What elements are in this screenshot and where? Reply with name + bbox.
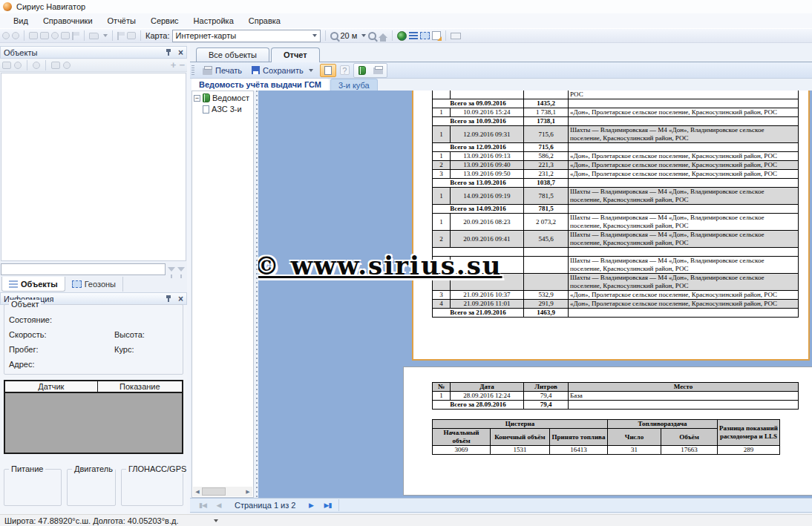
notes-icon[interactable]: [432, 31, 441, 40]
pin-icon[interactable]: [166, 49, 172, 56]
tab-vedomost-gsm[interactable]: Ведомость учёта выдачи ГСМ: [191, 79, 329, 91]
rect-select-icon[interactable]: [61, 32, 70, 39]
vehicle-icon[interactable]: [51, 62, 60, 69]
save-dropdown-arrow-icon[interactable]: [309, 69, 313, 72]
toolbar-grip[interactable]: [191, 65, 194, 76]
add-object-icon[interactable]: [2, 62, 11, 69]
tab-report[interactable]: Отчет: [271, 47, 320, 62]
report-book-button[interactable]: [354, 64, 370, 77]
tab-all-objects[interactable]: Все объекты: [196, 47, 269, 62]
next-page-button[interactable]: [303, 499, 319, 511]
map-mode-icon[interactable]: [29, 32, 38, 39]
total-liters: 1435,2: [524, 99, 569, 108]
tab-geozones[interactable]: Геозоны: [65, 277, 123, 292]
report-tabs: Ведомость учёта выдачи ГСМ 3-и куба: [190, 79, 812, 91]
pan-hand-icon[interactable]: [2, 32, 10, 39]
zoom-icon[interactable]: [12, 32, 19, 39]
plus-icon[interactable]: +: [171, 62, 177, 69]
tree-collapse-icon[interactable]: [194, 95, 200, 102]
tree-horizontal-scrollbar[interactable]: [193, 487, 252, 496]
menu-spravka[interactable]: Справка: [241, 15, 288, 27]
objects-list[interactable]: [1, 73, 186, 261]
layers-dropdown-icon[interactable]: [89, 33, 99, 39]
circle-select-icon[interactable]: [51, 32, 59, 39]
track-icon[interactable]: [14, 62, 22, 69]
row-num: 1: [433, 188, 451, 205]
single-page-view-button[interactable]: [320, 64, 336, 77]
last-page-button[interactable]: [319, 499, 335, 511]
scale-dropdown-arrow-icon[interactable]: [361, 34, 366, 37]
minus-icon[interactable]: −: [179, 62, 185, 69]
globe-icon[interactable]: [397, 31, 407, 41]
window-title: Сириус Навигатор: [16, 2, 85, 11]
tab-report-label: Отчет: [284, 50, 307, 59]
state-label: Состояние:: [9, 315, 52, 324]
summary-table: Цистерна Топливораздача Разница показани…: [432, 419, 780, 455]
zoom-out-icon[interactable]: [368, 32, 376, 40]
map-show-icon[interactable]: [33, 62, 40, 69]
save-button[interactable]: Сохранить: [249, 65, 316, 76]
close-icon[interactable]: [178, 295, 183, 303]
close-icon[interactable]: [178, 49, 183, 56]
menu-servis[interactable]: Сервис: [143, 15, 186, 27]
total-liters: [524, 248, 569, 257]
map-source-combobox[interactable]: Интернет-карты: [172, 30, 321, 42]
scroll-right-icon[interactable]: [243, 489, 252, 495]
report-viewer[interactable]: РОСВсего за 09.09.20161435,2110.09.2016 …: [258, 91, 812, 498]
tab-3i-kuba[interactable]: 3-и куба: [330, 79, 378, 91]
menu-otchety[interactable]: Отчёты: [100, 15, 143, 27]
layers-dropdown-arrow-icon[interactable]: [103, 34, 108, 37]
total-liters: 1463,9: [524, 309, 569, 318]
total-place: [569, 309, 799, 318]
watermark: © www.sirius.su: [258, 251, 502, 280]
scrollbar-track[interactable]: [202, 487, 243, 496]
vehicle-icon[interactable]: [127, 32, 136, 39]
title-bar: Сириус Навигатор: [0, 0, 812, 13]
home-icon[interactable]: [379, 33, 387, 38]
menu-vid[interactable]: Вид: [6, 15, 36, 27]
table-header-row: № Дата Литров Место: [433, 383, 799, 392]
scroll-left-icon[interactable]: [193, 489, 202, 495]
geozone-icon[interactable]: [420, 32, 430, 39]
tree-node-vedomost[interactable]: Ведомость: [194, 93, 253, 102]
print-button[interactable]: Печать: [200, 65, 245, 76]
follow-icon[interactable]: [63, 62, 71, 69]
total-label: Всего за 14.09.2016: [433, 205, 524, 214]
zoom-in-icon[interactable]: [330, 32, 338, 40]
objects-panel-title: Объекты: [4, 48, 166, 57]
tab-objects[interactable]: Объекты: [1, 277, 65, 292]
ruler-flag-icon[interactable]: [72, 32, 79, 40]
row-date: 13.09.2016 09:40: [451, 161, 524, 170]
coordinates-dropdown-icon[interactable]: [214, 519, 218, 522]
total-place: [569, 179, 799, 188]
row-num: 4: [433, 300, 451, 309]
menu-nastroika[interactable]: Настройка: [186, 15, 241, 27]
total-liters: 1738,1: [524, 117, 569, 126]
row-date: [451, 91, 524, 99]
previous-page-button[interactable]: [211, 499, 227, 511]
polygon-select-icon[interactable]: [40, 32, 49, 39]
menu-spravochniki[interactable]: Справочники: [36, 15, 100, 27]
height-label: Высота:: [114, 330, 145, 339]
measure-icon[interactable]: [117, 32, 125, 40]
pin-icon[interactable]: [166, 295, 172, 302]
help-button[interactable]: ?: [340, 65, 350, 75]
first-page-button[interactable]: [194, 499, 211, 511]
row-liters: [524, 274, 569, 291]
scrollbar-thumb[interactable]: [202, 487, 226, 496]
total-place: [569, 205, 799, 214]
legend-list-icon[interactable]: [409, 32, 418, 39]
sensor-table[interactable]: Датчик Показание: [4, 380, 183, 454]
mail-icon[interactable]: [451, 33, 461, 39]
list-icon: [9, 280, 18, 288]
filter-clear-icon[interactable]: [177, 267, 185, 272]
scale-value[interactable]: 20 м: [341, 31, 358, 40]
page-setup-button[interactable]: [370, 64, 387, 77]
tree-node-azs[interactable]: АЗС 3-и: [203, 105, 253, 114]
filter-icon[interactable]: [168, 267, 175, 272]
row-date: 20.09.2016 09:41: [451, 231, 524, 248]
total-place: [569, 143, 799, 152]
filter-input[interactable]: [1, 263, 166, 275]
row-place: «Дон», Пролетарское сельское поселение, …: [569, 152, 799, 161]
report-data-row: 421.09.2016 11:01291,9«Дон», Пролетарско…: [433, 300, 799, 309]
